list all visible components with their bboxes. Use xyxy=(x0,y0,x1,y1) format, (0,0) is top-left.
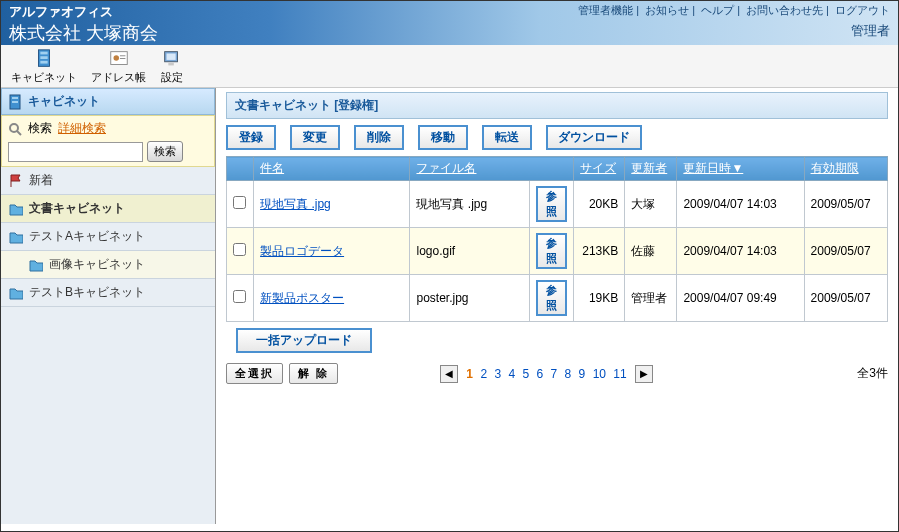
col-updated[interactable]: 更新日時▼ xyxy=(677,157,804,181)
cell-size: 213KB xyxy=(574,228,625,275)
sidebar-search: 検索 詳細検索 検索 xyxy=(1,115,215,167)
batch-upload-button[interactable]: 一括アップロード xyxy=(236,328,372,353)
table-row: 製品ロゴデータlogo.gif参照213KB佐藤2009/04/07 14:03… xyxy=(227,228,888,275)
svg-point-5 xyxy=(113,55,119,61)
link-logout[interactable]: ログアウト xyxy=(835,4,890,16)
nav-test-b[interactable]: テストBキャビネット xyxy=(1,279,215,307)
tool-settings[interactable]: 設定 xyxy=(160,48,184,85)
svg-rect-7 xyxy=(119,58,125,59)
delete-button[interactable]: 削除 xyxy=(354,125,404,150)
tool-address-label: アドレス帳 xyxy=(91,70,146,85)
page-8[interactable]: 8 xyxy=(563,367,574,381)
page-3[interactable]: 3 xyxy=(492,367,503,381)
folder-icon xyxy=(9,286,23,300)
cell-size: 20KB xyxy=(574,181,625,228)
panel-title: 文書キャビネット [登録権] xyxy=(226,92,888,119)
col-expires[interactable]: 有効期限 xyxy=(804,157,887,181)
link-contact[interactable]: お問い合わせ先 xyxy=(746,4,823,16)
advanced-search-link[interactable]: 詳細検索 xyxy=(58,120,106,137)
col-name[interactable]: 件名 xyxy=(254,157,410,181)
download-button[interactable]: ダウンロード xyxy=(546,125,642,150)
search-button[interactable]: 検索 xyxy=(147,141,183,162)
sidebar: キャビネット 検索 詳細検索 検索 新着 文書キャビネット テストAキャビネット xyxy=(1,88,216,524)
page-11[interactable]: 11 xyxy=(611,367,628,381)
cell-updater: 大塚 xyxy=(625,181,677,228)
search-label: 検索 xyxy=(28,120,52,137)
browse-button[interactable]: 参照 xyxy=(536,233,567,269)
link-help[interactable]: ヘルプ xyxy=(701,4,734,16)
nav-doc-cabinet[interactable]: 文書キャビネット xyxy=(1,195,215,223)
content: 文書キャビネット [登録権] 登録 変更 削除 移動 転送 ダウンロード 件名 … xyxy=(216,88,898,524)
doc-name-link[interactable]: 現地写真 .jpg xyxy=(260,197,331,211)
user-role: 管理者 xyxy=(578,22,890,40)
page-6[interactable]: 6 xyxy=(535,367,546,381)
svg-rect-2 xyxy=(40,56,47,59)
col-check xyxy=(227,157,254,181)
tool-cabinet-label: キャビネット xyxy=(11,70,77,85)
svg-rect-6 xyxy=(119,55,125,56)
table-row: 現地写真 .jpg現地写真 .jpg参照20KB大塚2009/04/07 14:… xyxy=(227,181,888,228)
cell-updater: 佐藤 xyxy=(625,228,677,275)
nav-new[interactable]: 新着 xyxy=(1,167,215,195)
tool-cabinet[interactable]: キャビネット xyxy=(11,48,77,85)
page-5[interactable]: 5 xyxy=(520,367,531,381)
svg-point-14 xyxy=(10,124,18,132)
svg-rect-12 xyxy=(12,97,18,99)
address-icon xyxy=(107,48,131,70)
cabinet-small-icon xyxy=(8,94,24,110)
pager: ◀ 1 2 3 4 5 6 7 8 9 10 11 ▶ xyxy=(440,365,652,383)
batch-row: 一括アップロード xyxy=(226,328,888,353)
settings-icon xyxy=(160,48,184,70)
footer-row: 全選択 解 除 ◀ 1 2 3 4 5 6 7 8 9 10 11 ▶ 全3件 xyxy=(226,363,888,384)
register-button[interactable]: 登録 xyxy=(226,125,276,150)
page-9[interactable]: 9 xyxy=(577,367,588,381)
folder-icon xyxy=(9,230,23,244)
browse-button[interactable]: 参照 xyxy=(536,280,567,316)
col-updater[interactable]: 更新者 xyxy=(625,157,677,181)
change-button[interactable]: 変更 xyxy=(290,125,340,150)
forward-button[interactable]: 転送 xyxy=(482,125,532,150)
row-checkbox[interactable] xyxy=(233,243,246,256)
nav-image-cabinet[interactable]: 画像キャビネット xyxy=(1,251,215,279)
cell-file: poster.jpg xyxy=(410,275,530,322)
col-file[interactable]: ファイル名 xyxy=(410,157,574,181)
cabinet-icon xyxy=(32,48,56,70)
row-checkbox[interactable] xyxy=(233,290,246,303)
header: アルファオフィス 株式会社 大塚商会 管理者機能| お知らせ| ヘルプ| お問い… xyxy=(1,1,898,45)
move-button[interactable]: 移動 xyxy=(418,125,468,150)
page-2[interactable]: 2 xyxy=(478,367,489,381)
search-icon xyxy=(8,122,22,136)
cell-updater: 管理者 xyxy=(625,275,677,322)
page-4[interactable]: 4 xyxy=(506,367,517,381)
col-size[interactable]: サイズ xyxy=(574,157,625,181)
header-right: 管理者機能| お知らせ| ヘルプ| お問い合わせ先| ログアウト 管理者 xyxy=(578,3,890,40)
pager-prev[interactable]: ◀ xyxy=(440,365,458,383)
cell-expires: 2009/05/07 xyxy=(804,228,887,275)
browse-button[interactable]: 参照 xyxy=(536,186,567,222)
folder-icon xyxy=(29,258,43,272)
cell-updated: 2009/04/07 14:03 xyxy=(677,228,804,275)
row-checkbox[interactable] xyxy=(233,196,246,209)
doc-name-link[interactable]: 新製品ポスター xyxy=(260,291,344,305)
page-10[interactable]: 10 xyxy=(591,367,608,381)
nav-test-a[interactable]: テストAキャビネット xyxy=(1,223,215,251)
total-count: 全3件 xyxy=(857,365,888,382)
action-row: 登録 変更 削除 移動 転送 ダウンロード xyxy=(226,125,888,150)
svg-rect-3 xyxy=(40,61,47,64)
search-input[interactable] xyxy=(8,142,143,162)
select-all-button[interactable]: 全選択 xyxy=(226,363,283,384)
sidebar-title: キャビネット xyxy=(1,88,215,115)
pager-next[interactable]: ▶ xyxy=(635,365,653,383)
link-admin[interactable]: 管理者機能 xyxy=(578,4,633,16)
page-1[interactable]: 1 xyxy=(464,367,475,381)
svg-rect-1 xyxy=(40,52,47,55)
document-table: 件名 ファイル名 サイズ 更新者 更新日時▼ 有効期限 現地写真 .jpg現地写… xyxy=(226,156,888,322)
tool-settings-label: 設定 xyxy=(161,70,183,85)
doc-name-link[interactable]: 製品ロゴデータ xyxy=(260,244,344,258)
cell-file: 現地写真 .jpg xyxy=(410,181,530,228)
link-notice[interactable]: お知らせ xyxy=(645,4,689,16)
clear-button[interactable]: 解 除 xyxy=(289,363,338,384)
svg-rect-10 xyxy=(168,63,174,66)
tool-address[interactable]: アドレス帳 xyxy=(91,48,146,85)
page-7[interactable]: 7 xyxy=(549,367,560,381)
